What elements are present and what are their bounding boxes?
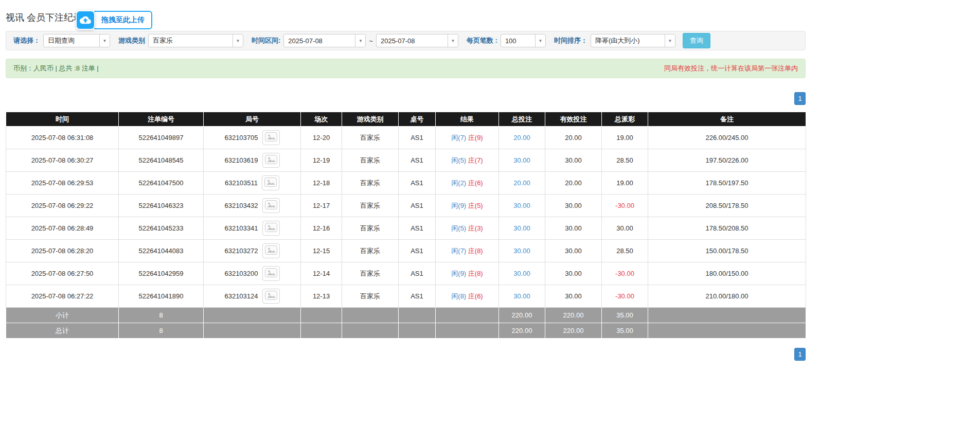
cell-remark: 210.00/180.00 [648,285,806,308]
image-icon [265,268,277,279]
cell-bet-id: 522641047500 [119,172,204,195]
round-image-button[interactable] [262,175,279,190]
sort-order-select[interactable]: 降幂(由大到小) ▼ [591,34,675,47]
cell-valid-bet: 20.00 [545,172,602,195]
date-to-select[interactable]: 2025-07-08 ▼ [376,34,458,47]
round-image-button[interactable] [262,289,280,304]
round-id: 632103619 [224,156,258,164]
result-banker: 庄(5) [468,202,483,209]
table-header-row: 时间 注单编号 局号 场次 游戏类别 桌号 结果 总投注 有效投注 总派彩 备注 [6,112,806,127]
chevron-down-icon[interactable]: ▼ [535,34,545,47]
payout-value: -30.00 [615,292,634,300]
result-player: 闲(7) [451,247,466,255]
page: 视讯 会员下注纪录 拖拽至此上传 请选择： 日期查询 ▼ 游戏类别 百家乐 ▼ … [0,0,980,442]
cell-valid-bet: 20.00 [545,127,602,149]
cell-time: 2025-07-08 06:31:08 [6,127,119,149]
cell-session: 12-19 [301,149,342,172]
cell-total-bet: 30.00 [499,285,545,308]
cell-round-id: 632103200 [204,262,301,285]
cell-time: 2025-07-08 06:29:53 [6,172,119,195]
cell-game-type: 百家乐 [342,172,399,195]
chevron-down-icon[interactable]: ▼ [233,34,243,47]
chevron-down-icon[interactable]: ▼ [665,34,675,47]
date-range-label: 时间区间: [252,36,280,45]
cell-game-type: 百家乐 [342,217,399,240]
round-image-button[interactable] [262,221,280,236]
cell-bet-id: 522641041890 [119,285,204,308]
total-bet-link[interactable]: 20.00 [513,179,530,187]
round-image-button[interactable] [262,243,280,258]
cell-valid-bet: 30.00 [545,285,602,308]
cell-result: 闲(9) 庄(8) [436,262,499,285]
payout-value: 19.00 [616,179,633,187]
col-header-valid-bet: 有效投注 [545,112,602,127]
chevron-down-icon[interactable]: ▼ [448,34,458,47]
upload-dropzone[interactable]: 拖拽至此上传 [76,10,152,30]
cell-result: 闲(5) 庄(3) [436,217,499,240]
col-header-round-id: 局号 [204,112,301,127]
page-button-1[interactable]: 1 [794,92,806,105]
result-player: 闲(9) [451,202,466,209]
cell-time: 2025-07-08 06:28:20 [6,240,119,262]
game-type-select[interactable]: 百家乐 ▼ [148,34,243,47]
cell-valid-bet: 30.00 [545,240,602,262]
cell-table-no: AS1 [399,172,436,195]
cell-session: 12-15 [301,240,342,262]
cell-remark: 226.00/245.00 [648,127,806,149]
result-player: 闲(5) [451,156,466,164]
grand-total-count: 8 [119,323,204,339]
summary-bar: 币别：人民币 | 总共 :8 注单 | 同局有效投注，统一计算在该局第一张注单内 [6,59,806,78]
cell-session: 12-20 [301,127,342,149]
cell-valid-bet: 30.00 [545,217,602,240]
result-player: 闲(2) [451,179,466,187]
result-player: 闲(5) [451,224,466,232]
total-bet-link[interactable]: 30.00 [513,156,530,164]
upload-cloud-icon [76,10,95,30]
search-button[interactable]: 查询 [683,33,710,48]
cell-total-bet: 20.00 [499,172,545,195]
table-row: 2025-07-08 06:30:27522641048545632103619… [6,149,806,172]
cell-game-type: 百家乐 [342,127,399,149]
page-button-1[interactable]: 1 [794,348,806,361]
image-icon [265,245,277,256]
cell-bet-id: 522641046323 [119,195,204,217]
per-page-select[interactable]: 100 ▼ [501,34,546,47]
result-banker: 庄(9) [468,134,483,142]
total-bet-link[interactable]: 30.00 [513,224,530,232]
round-id: 632103511 [225,179,258,187]
total-bet-link[interactable]: 30.00 [513,202,530,209]
result-player: 闲(9) [451,270,466,277]
per-page-value: 100 [501,37,535,45]
round-image-button[interactable] [262,198,280,213]
table-row: 2025-07-08 06:28:20522641044083632103272… [6,240,806,262]
cell-time: 2025-07-08 06:27:50 [6,262,119,285]
table-row: 2025-07-08 06:29:22522641046323632103432… [6,195,806,217]
round-image-button[interactable] [262,130,280,145]
cell-game-type: 百家乐 [342,262,399,285]
total-bet-link[interactable]: 30.00 [513,247,530,255]
total-bet-link[interactable]: 30.00 [513,270,530,277]
query-type-select[interactable]: 日期查询 ▼ [43,34,110,47]
cell-total-bet: 20.00 [499,127,545,149]
round-image-button[interactable] [262,153,280,168]
cell-round-id: 632103432 [204,195,301,217]
chevron-down-icon[interactable]: ▼ [99,34,110,47]
total-bet-link[interactable]: 30.00 [513,292,530,300]
cell-total-bet: 30.00 [499,262,545,285]
total-bet-link[interactable]: 20.00 [513,134,530,142]
subtotal-payout: 35.00 [602,308,648,323]
result-banker: 庄(3) [468,224,483,232]
cell-game-type: 百家乐 [342,149,399,172]
round-image-button[interactable] [262,266,280,281]
col-header-time: 时间 [6,112,119,127]
cell-round-id: 632103511 [204,172,301,195]
grand-total-label: 总计 [6,323,119,339]
upload-label: 拖拽至此上传 [93,11,152,29]
cell-time: 2025-07-08 06:28:49 [6,217,119,240]
date-from-select[interactable]: 2025-07-08 ▼ [283,34,366,47]
page-title: 视讯 会员下注纪录 [6,11,82,24]
chevron-down-icon[interactable]: ▼ [355,34,365,47]
table-row: 2025-07-08 06:31:08522641049897632103705… [6,127,806,149]
game-type-value: 百家乐 [149,36,233,45]
payout-value: -30.00 [615,202,634,209]
